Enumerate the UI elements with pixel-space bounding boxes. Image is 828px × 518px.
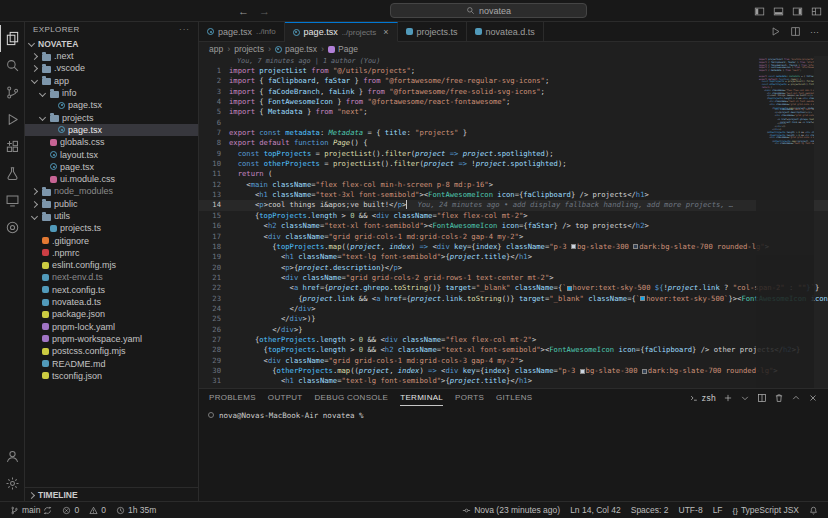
code-line-6[interactable]: 6 xyxy=(199,118,828,128)
tab-projects-ts[interactable]: projects.ts xyxy=(398,22,467,41)
status-blame[interactable]: Nova (23 minutes ago) xyxy=(457,502,565,518)
status-language[interactable]: {}TypeScript JSX xyxy=(728,502,804,518)
tree-item-layout-tsx[interactable]: layout.tsx xyxy=(25,148,198,160)
activity-source-control[interactable] xyxy=(0,79,25,106)
code-line-26[interactable]: 26 </div>} xyxy=(199,325,828,335)
tree-item-npmrc[interactable]: .npmrc xyxy=(25,247,198,259)
activity-extensions[interactable] xyxy=(0,133,25,160)
panel-right-icon[interactable] xyxy=(792,6,803,17)
code-line-28[interactable]: 28 {topProjects.length > 0 && <h2 classN… xyxy=(199,345,828,355)
status-indentation[interactable]: Spaces: 2 xyxy=(626,502,674,518)
tree-item-package-json[interactable]: package.json xyxy=(25,308,198,320)
code-line-16[interactable]: 16 <h2 className="text-xl font-semibold"… xyxy=(199,221,828,231)
code-line-13[interactable]: 13 <h1 className="text-3xl font-semibold… xyxy=(199,190,828,200)
timeline-section-header[interactable]: TIMELINE xyxy=(25,487,198,501)
breadcrumb-item-projects[interactable]: projects xyxy=(234,44,264,54)
trash-icon[interactable] xyxy=(774,393,784,403)
ellipsis-icon[interactable]: ··· xyxy=(810,27,819,37)
tree-item-utils[interactable]: utils xyxy=(25,210,198,222)
code-line-10[interactable]: 10 const otherProjects = projectList().f… xyxy=(199,159,828,169)
panel-tab-problems[interactable]: PROBLEMS xyxy=(209,389,256,406)
code-line-3[interactable]: 3import { faCodeBranch, faLink } from "@… xyxy=(199,87,828,97)
gitlens-codelens[interactable]: You, 7 minutes ago | 1 author (You) xyxy=(199,56,828,66)
tree-item-vscode[interactable]: .vscode xyxy=(25,62,198,74)
panel-bottom-icon[interactable] xyxy=(773,6,784,17)
activity-search[interactable] xyxy=(0,52,25,79)
activity-testing[interactable] xyxy=(0,160,25,187)
code-line-21[interactable]: 21 <div className="grid grid-cols-2 grid… xyxy=(199,273,828,283)
editor-scrollbar[interactable] xyxy=(814,56,828,388)
tree-item-ui-module-css[interactable]: ui.module.css xyxy=(25,173,198,185)
panel-tab-ports[interactable]: PORTS xyxy=(455,389,484,406)
code-line-17[interactable]: 17 <div className="grid grid-cols-1 md:g… xyxy=(199,232,828,242)
tree-item-node-modules[interactable]: node_modules xyxy=(25,185,198,197)
panel-tab-terminal[interactable]: TERMINAL xyxy=(400,389,443,406)
split-editor-icon[interactable] xyxy=(790,26,801,37)
status-notifications[interactable] xyxy=(804,502,823,518)
more-actions-icon[interactable]: ··· xyxy=(179,25,190,34)
status-timer[interactable]: 1h 35m xyxy=(111,502,161,518)
tree-item-app[interactable]: app xyxy=(25,75,198,87)
code-line-30[interactable]: 30 {otherProjects.map((project, index) =… xyxy=(199,366,828,376)
project-section-header[interactable]: NOVATEA xyxy=(25,37,198,50)
code-line-11[interactable]: 11 return ( xyxy=(199,169,828,179)
minimap[interactable]: import projectList from "@/utils/project… xyxy=(756,56,814,388)
panel-tab-debug-console[interactable]: DEBUG CONSOLE xyxy=(315,389,389,406)
tree-item-postcss-config-mjs[interactable]: postcss.config.mjs xyxy=(25,345,198,357)
breadcrumb-item-page-tsx[interactable]: page.tsx xyxy=(275,44,317,54)
run-icon[interactable] xyxy=(770,26,781,37)
split-editor-icon[interactable] xyxy=(757,393,767,403)
code-line-1[interactable]: 1import projectList from "@/utils/projec… xyxy=(199,66,828,76)
activity-settings[interactable] xyxy=(0,470,25,497)
command-center-search[interactable]: novatea xyxy=(390,3,587,18)
tab-novatea-d-ts[interactable]: novatea.d.ts xyxy=(467,22,544,41)
code-line-4[interactable]: 4import { FontAwesomeIcon } from "@forta… xyxy=(199,97,828,107)
tree-item-eslint-config-mjs[interactable]: eslint.config.mjs xyxy=(25,259,198,271)
code-line-31[interactable]: 31 <h1 className="text-lg font-semibold"… xyxy=(199,376,828,386)
go-back-icon[interactable]: ← xyxy=(238,5,249,17)
panel-left-icon[interactable] xyxy=(754,6,765,17)
code-line-29[interactable]: 29 <div className="grid grid-cols-1 md:g… xyxy=(199,356,828,366)
activity-explorer[interactable] xyxy=(0,25,25,52)
tree-item-projects[interactable]: projects xyxy=(25,111,198,123)
tree-item-page-tsx[interactable]: page.tsx xyxy=(25,161,198,173)
status-branch[interactable]: main xyxy=(5,502,57,518)
activity-account[interactable] xyxy=(0,443,25,470)
code-line-24[interactable]: 24 </div> xyxy=(199,304,828,314)
status-warnings[interactable]: 0 xyxy=(84,502,111,518)
code-line-25[interactable]: 25 </div>)} xyxy=(199,314,828,324)
activity-gitlens[interactable] xyxy=(0,214,25,241)
tree-item-public[interactable]: public xyxy=(25,198,198,210)
activity-remote[interactable] xyxy=(0,187,25,214)
code-editor[interactable]: You, 7 minutes ago | 1 author (You) 1imp… xyxy=(199,56,828,388)
code-line-9[interactable]: 9 const topProjects = projectList().filt… xyxy=(199,149,828,159)
tree-item-next-config-ts[interactable]: next.config.ts xyxy=(25,284,198,296)
code-line-7[interactable]: 7export const metadata: Metadata = { tit… xyxy=(199,128,828,138)
tree-item-projects-ts[interactable]: projects.ts xyxy=(25,222,198,234)
code-line-14[interactable]: 14 <p>cool things i&apos;ve built!</p>Yo… xyxy=(199,200,828,210)
panel-tab-gitlens[interactable]: GITLENS xyxy=(496,389,532,406)
tree-item-readme-md[interactable]: README.md xyxy=(25,357,198,369)
status-encoding[interactable]: UTF-8 xyxy=(674,502,708,518)
close-icon[interactable]: × xyxy=(383,27,388,37)
code-line-19[interactable]: 19 <h1 className="text-lg font-semibold"… xyxy=(199,252,828,262)
tree-item-page-tsx[interactable]: page.tsx xyxy=(25,99,198,111)
code-line-27[interactable]: 27 {otherProjects.length > 0 && <div cla… xyxy=(199,335,828,345)
tree-item-gitignore[interactable]: .gitignore xyxy=(25,234,198,246)
breadcrumb-item-page[interactable]: Page xyxy=(328,44,358,54)
go-forward-icon[interactable]: → xyxy=(259,5,270,17)
close-icon[interactable] xyxy=(808,393,818,403)
status-errors[interactable]: 0 xyxy=(57,502,84,518)
customize-layout-icon[interactable] xyxy=(811,6,822,17)
terminal[interactable]: nova@Novas-MacBook-Air novatea % xyxy=(199,406,828,501)
code-line-20[interactable]: 20 <p>{project.description}</p> xyxy=(199,263,828,273)
tree-item-tsconfig-json[interactable]: tsconfig.json xyxy=(25,370,198,382)
code-line-8[interactable]: 8export default function Page() { xyxy=(199,138,828,148)
tree-item-page-tsx[interactable]: page.tsx xyxy=(25,124,198,136)
breadcrumb-item-app[interactable]: app xyxy=(209,44,223,54)
chevron-down-icon[interactable] xyxy=(740,393,750,403)
code-line-15[interactable]: 15 {topProjects.length > 0 && <div class… xyxy=(199,211,828,221)
tab-page-tsx-info[interactable]: page.tsx../info xyxy=(199,22,285,41)
code-line-2[interactable]: 2import { faClipboard, faStar } from "@f… xyxy=(199,76,828,86)
tree-item-globals-css[interactable]: globals.css xyxy=(25,136,198,148)
